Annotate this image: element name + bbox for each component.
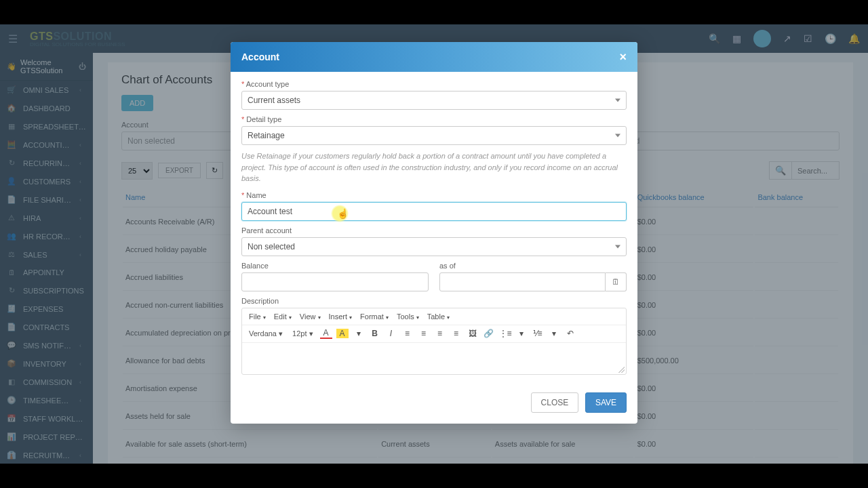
editor-menu-table[interactable]: Table ▾: [425, 311, 452, 322]
chevron-down-icon[interactable]: ▾: [515, 329, 528, 338]
detail-type-select[interactable]: Retainage: [241, 126, 627, 145]
account-type-select[interactable]: Current assets: [241, 91, 627, 110]
justify-icon[interactable]: ≡: [450, 329, 462, 338]
parent-account-label: Parent account: [241, 226, 627, 235]
align-left-icon[interactable]: ≡: [401, 329, 414, 338]
name-label: Name: [241, 191, 627, 199]
editor-font-size[interactable]: 12pt ▾: [290, 328, 315, 340]
balance-label: Balance: [241, 262, 429, 270]
resize-handle[interactable]: [618, 366, 625, 373]
rich-text-editor: File ▾Edit ▾View ▾Insert ▾Format ▾Tools …: [241, 308, 627, 375]
undo-icon[interactable]: ↶: [564, 329, 576, 338]
editor-content[interactable]: [242, 343, 626, 374]
account-type-label: Account type: [241, 80, 627, 88]
asof-label: as of: [439, 262, 627, 270]
editor-font-family[interactable]: Verdana ▾: [246, 328, 285, 340]
font-color-icon[interactable]: A: [320, 328, 332, 339]
image-icon[interactable]: 🖼: [467, 329, 479, 338]
save-button[interactable]: SAVE: [585, 392, 627, 413]
highlight-icon[interactable]: A: [336, 329, 349, 338]
modal-title: Account: [241, 52, 279, 62]
link-icon[interactable]: 🔗: [483, 329, 495, 338]
account-modal: Account × Account type Current assets De…: [231, 42, 637, 424]
bullet-list-icon[interactable]: ⋮≡: [499, 329, 511, 338]
editor-menu-file[interactable]: File ▾: [246, 311, 269, 322]
bold-icon[interactable]: B: [369, 329, 381, 338]
editor-menu-tools[interactable]: Tools ▾: [394, 311, 422, 322]
editor-menu-view[interactable]: View ▾: [297, 311, 323, 322]
chevron-down-icon[interactable]: ▾: [353, 329, 365, 338]
detail-type-helper: Use Retainage if your customers regularl…: [241, 150, 627, 184]
align-right-icon[interactable]: ≡: [434, 329, 446, 338]
close-icon[interactable]: ×: [619, 51, 627, 63]
calendar-icon[interactable]: 🗓: [606, 272, 627, 291]
number-list-icon[interactable]: ⅟≡: [532, 329, 544, 338]
balance-input[interactable]: [241, 272, 429, 291]
asof-input[interactable]: [439, 272, 606, 291]
parent-account-select[interactable]: Non selected: [241, 237, 627, 256]
align-center-icon[interactable]: ≡: [418, 329, 430, 338]
chevron-down-icon[interactable]: ▾: [548, 329, 560, 338]
editor-menu-format[interactable]: Format ▾: [357, 311, 391, 322]
close-button[interactable]: CLOSE: [531, 392, 579, 413]
editor-menu-insert[interactable]: Insert ▾: [326, 311, 355, 322]
description-label: Description: [241, 297, 627, 305]
detail-type-label: Detail type: [241, 115, 627, 123]
italic-icon[interactable]: I: [385, 329, 397, 338]
name-input[interactable]: [241, 202, 627, 221]
editor-menu-edit[interactable]: Edit ▾: [271, 311, 294, 322]
